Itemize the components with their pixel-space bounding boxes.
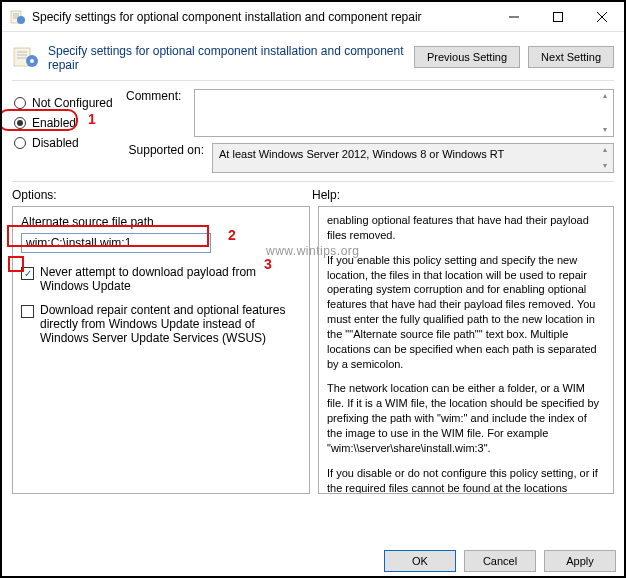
panels-area: Alternate source file path ✓ Never attem… xyxy=(2,202,624,494)
help-paragraph: If you disable or do not configure this … xyxy=(327,466,605,494)
minimize-button[interactable] xyxy=(492,2,536,31)
help-paragraph: The network location can be either a fol… xyxy=(327,381,605,455)
alt-path-label: Alternate source file path xyxy=(21,215,301,229)
cancel-button[interactable]: Cancel xyxy=(464,550,536,572)
help-paragraph: enabling optional features that have had… xyxy=(327,213,605,243)
radio-icon xyxy=(14,137,26,149)
checkbox-label: Download repair content and optional fea… xyxy=(40,303,301,345)
radio-icon xyxy=(14,97,26,109)
supported-on-text: At least Windows Server 2012, Windows 8 … xyxy=(219,148,504,160)
window-buttons xyxy=(492,2,624,31)
window-title: Specify settings for optional component … xyxy=(32,10,492,24)
radio-label: Enabled xyxy=(32,116,76,130)
alt-path-input[interactable] xyxy=(21,233,211,253)
checkbox-icon xyxy=(21,305,34,318)
help-panel: enabling optional features that have had… xyxy=(318,206,614,494)
scrollbar[interactable]: ▴ ▾ xyxy=(599,146,611,170)
supported-on-label: Supported on: xyxy=(126,143,204,157)
svg-point-14 xyxy=(30,59,34,63)
options-panel: Alternate source file path ✓ Never attem… xyxy=(12,206,310,494)
supported-on-value: At least Windows Server 2012, Windows 8 … xyxy=(212,143,614,173)
policy-icon xyxy=(10,9,26,25)
scroll-up-icon: ▴ xyxy=(599,146,611,154)
comment-label: Comment: xyxy=(126,89,186,103)
comment-textarea[interactable]: ▴ ▾ xyxy=(194,89,614,137)
scrollbar[interactable]: ▴ ▾ xyxy=(599,92,611,134)
checkbox-never-download[interactable]: ✓ Never attempt to download payload from… xyxy=(21,265,301,293)
radio-icon xyxy=(14,117,26,129)
state-radio-group: Not Configured Enabled Disabled xyxy=(12,89,118,173)
radio-disabled[interactable]: Disabled xyxy=(12,133,118,153)
config-state-area: Not Configured Enabled Disabled 1 Commen… xyxy=(2,89,624,173)
radio-label: Disabled xyxy=(32,136,79,150)
scroll-down-icon: ▾ xyxy=(599,126,611,134)
radio-enabled[interactable]: Enabled xyxy=(12,113,118,133)
options-label: Options: xyxy=(12,188,312,202)
previous-setting-button[interactable]: Previous Setting xyxy=(414,46,520,68)
header: Specify settings for optional component … xyxy=(2,32,624,78)
help-label: Help: xyxy=(312,188,614,202)
panel-labels: Options: Help: xyxy=(2,188,624,202)
close-button[interactable] xyxy=(580,2,624,31)
checkbox-download-from-wu[interactable]: Download repair content and optional fea… xyxy=(21,303,301,345)
maximize-button[interactable] xyxy=(536,2,580,31)
comment-supported-block: Comment: ▴ ▾ Supported on: At least Wind… xyxy=(126,89,614,173)
scroll-up-icon: ▴ xyxy=(599,92,611,100)
footer-buttons: OK Cancel Apply xyxy=(384,550,616,572)
scroll-down-icon: ▾ xyxy=(599,162,611,170)
titlebar: Specify settings for optional component … xyxy=(2,2,624,32)
svg-rect-6 xyxy=(554,12,563,21)
policy-large-icon xyxy=(12,46,42,68)
apply-button[interactable]: Apply xyxy=(544,550,616,572)
help-paragraph: If you enable this policy setting and sp… xyxy=(327,253,605,372)
svg-point-4 xyxy=(17,16,25,24)
checkbox-icon: ✓ xyxy=(21,267,34,280)
radio-not-configured[interactable]: Not Configured xyxy=(12,93,118,113)
next-setting-button[interactable]: Next Setting xyxy=(528,46,614,68)
radio-label: Not Configured xyxy=(32,96,113,110)
ok-button[interactable]: OK xyxy=(384,550,456,572)
header-title: Specify settings for optional component … xyxy=(48,42,414,72)
checkbox-label: Never attempt to download payload from W… xyxy=(40,265,301,293)
